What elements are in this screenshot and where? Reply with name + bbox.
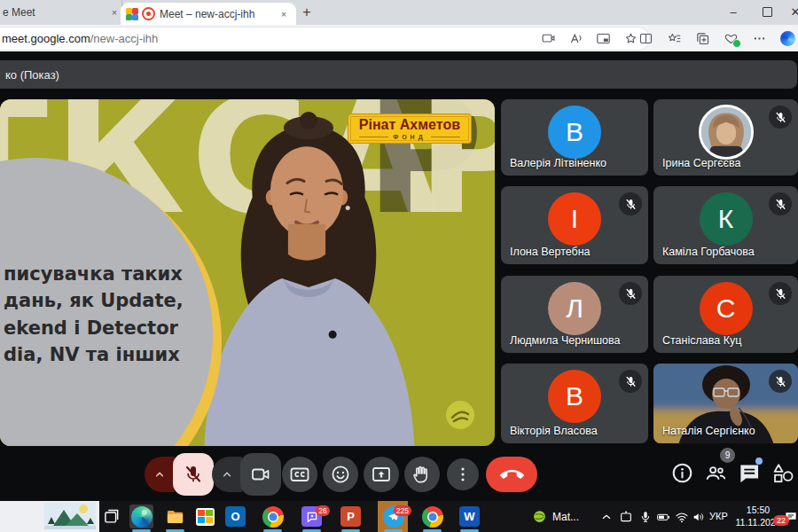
tray-volume-icon[interactable] xyxy=(692,501,706,532)
favorites-icon[interactable] xyxy=(667,31,682,46)
tray-show-hidden-icons[interactable] xyxy=(599,501,614,532)
more-menu-icon[interactable] xyxy=(752,31,767,46)
taskbar-powerpoint-icon[interactable]: P xyxy=(339,505,363,528)
mic-off-button[interactable] xyxy=(173,453,214,496)
avatar: К xyxy=(700,192,753,246)
avatar-initial: В xyxy=(566,381,583,411)
mic-options-chevron[interactable] xyxy=(145,457,175,492)
widgets-weather-icon xyxy=(44,503,96,529)
taskbar-chrome-icon[interactable] xyxy=(261,505,285,528)
tray-microphone-icon[interactable] xyxy=(638,501,653,532)
participant-tile[interactable]: С Станіслава Куц xyxy=(653,276,798,353)
camera-button[interactable] xyxy=(240,453,281,496)
tray-app-icon xyxy=(532,509,547,524)
participant-name: Каміла Горбачова xyxy=(662,246,755,258)
read-aloud-icon[interactable] xyxy=(568,31,583,46)
copilot-icon[interactable] xyxy=(780,31,795,46)
browser-tab-strip: e Meet × Meet – new-accj-ihh × + – ✕ xyxy=(0,0,798,25)
camera-options-chevron[interactable] xyxy=(212,457,242,492)
web-capture-icon[interactable] xyxy=(541,31,556,46)
favorite-star-icon[interactable] xyxy=(623,31,638,46)
taskbar-store-icon[interactable] xyxy=(193,505,217,528)
activities-button[interactable] xyxy=(771,461,795,485)
captions-button[interactable] xyxy=(282,457,317,492)
avatar-initial: К xyxy=(718,204,733,234)
raise-hand-button[interactable] xyxy=(404,457,440,492)
speaker-portrait xyxy=(197,110,420,446)
people-button[interactable] xyxy=(704,461,728,485)
avatar: С xyxy=(700,282,753,335)
taskbar-viber-icon[interactable]: 26 xyxy=(300,505,324,528)
collections-icon[interactable] xyxy=(695,31,710,46)
taskbar-file-explorer-icon[interactable] xyxy=(163,505,187,528)
present-screen-button[interactable] xyxy=(364,457,399,492)
new-tab-button[interactable]: + xyxy=(298,4,316,21)
split-screen-icon[interactable] xyxy=(638,31,653,46)
taskbar-outlook-icon[interactable]: O xyxy=(223,505,247,528)
url-domain: meet.google.com xyxy=(2,32,90,45)
mic-off-icon xyxy=(619,192,642,215)
tab-close-icon[interactable]: × xyxy=(277,7,291,21)
reactions-button[interactable] xyxy=(323,457,358,492)
task-view-button[interactable] xyxy=(99,505,123,528)
participant-name: Людмила Чернишова xyxy=(510,334,620,347)
info-button[interactable] xyxy=(670,461,694,485)
avatar: Л xyxy=(548,282,601,335)
screen: e Meet × Meet – new-accj-ihh × + – ✕ mee… xyxy=(0,0,798,532)
participant-tile[interactable]: К Каміла Горбачова xyxy=(653,186,798,264)
foundation-badge: Рінат Ахметов ФОНД xyxy=(348,113,472,144)
avatar-initial: В xyxy=(566,117,583,147)
main-video-tile[interactable]: ТКСА Р Р писувачка таких да xyxy=(0,99,495,446)
participant-tile[interactable]: Ірина Сергєєва xyxy=(653,99,798,176)
chat-button[interactable] xyxy=(738,461,762,485)
mic-off-icon xyxy=(619,282,642,305)
taskbar-word-icon[interactable]: W xyxy=(458,505,481,528)
maximize-button[interactable] xyxy=(754,0,780,23)
telegram-badge: 225 xyxy=(394,505,411,516)
participant-name: Станіслава Куц xyxy=(662,334,741,347)
tray-wifi-icon[interactable] xyxy=(675,501,689,532)
mic-off-icon xyxy=(619,370,642,393)
participant-name: Ілона Вертебна xyxy=(510,246,591,258)
participant-tile[interactable]: В Вікторія Власова xyxy=(501,364,648,443)
browser-toolbar: meet.google.com/new-accj-ihh xyxy=(0,25,798,51)
mic-off-icon xyxy=(769,370,792,393)
tray-meet-window-icon[interactable] xyxy=(619,501,633,532)
taskbar-chrome2-icon[interactable] xyxy=(420,505,444,528)
close-button[interactable]: ✕ xyxy=(782,0,798,23)
participant-name: Наталія Сергієнко xyxy=(662,425,755,437)
more-options-button[interactable] xyxy=(447,458,479,490)
notifications-badge: 22 xyxy=(773,515,789,526)
tab-google-meet[interactable]: e Meet × xyxy=(0,0,122,25)
badge-title: Рінат Ахметов xyxy=(359,117,460,133)
participant-name: Ірина Сергєєва xyxy=(662,157,740,169)
address-bar[interactable]: meet.google.com/new-accj-ihh xyxy=(0,27,649,50)
participant-tile[interactable]: І Ілона Вертебна xyxy=(501,186,648,264)
tray-app-label: Mat... xyxy=(552,511,579,523)
avatar-photo xyxy=(699,105,754,160)
chat-notification-dot xyxy=(755,458,763,465)
mic-off-icon xyxy=(769,192,792,215)
end-call-button[interactable] xyxy=(486,457,537,492)
presentation-banner-text: ко (Показ) xyxy=(5,68,59,82)
participant-tile[interactable]: В Валерія Літвіненко xyxy=(501,99,648,176)
tray-language-indicator[interactable]: УКР xyxy=(709,511,728,521)
taskbar-telegram-icon[interactable]: 225 xyxy=(381,505,405,528)
tab-close-icon[interactable]: × xyxy=(107,5,121,20)
tab-meet-active[interactable]: Meet – new-accj-ihh × xyxy=(121,3,296,25)
browser-essentials-icon[interactable] xyxy=(724,31,739,46)
participant-tile[interactable]: Наталія Сергієнко xyxy=(653,364,798,443)
avatar: В xyxy=(548,370,601,423)
channel-logo-icon xyxy=(445,400,475,430)
tray-battery-icon[interactable] xyxy=(656,501,670,532)
participant-name: Валерія Літвіненко xyxy=(510,157,606,169)
tray-app[interactable]: Mat... xyxy=(532,501,579,532)
taskbar-edge-icon[interactable] xyxy=(129,505,153,528)
picture-in-picture-icon[interactable] xyxy=(596,31,611,46)
avatar: В xyxy=(548,106,601,159)
minimize-button[interactable]: – xyxy=(720,0,747,23)
participant-tile[interactable]: Л Людмила Чернишова xyxy=(501,276,648,353)
mic-off-icon xyxy=(769,106,792,129)
widgets-button[interactable] xyxy=(0,501,99,532)
presentation-banner: ко (Показ) xyxy=(0,60,797,89)
